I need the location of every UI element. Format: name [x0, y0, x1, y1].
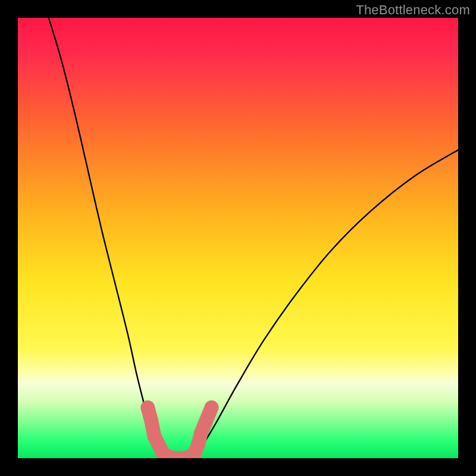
marker-dot	[140, 400, 155, 415]
chart-svg	[18, 18, 458, 458]
plot-area	[18, 18, 458, 458]
heatmap-background	[18, 18, 458, 458]
marker-dot	[194, 426, 208, 440]
watermark-text: TheBottleneck.com	[356, 2, 470, 18]
marker-dot	[205, 400, 219, 415]
marker-dot	[144, 414, 158, 428]
chart-frame: TheBottleneck.com	[0, 0, 476, 476]
marker-dot	[148, 429, 162, 443]
